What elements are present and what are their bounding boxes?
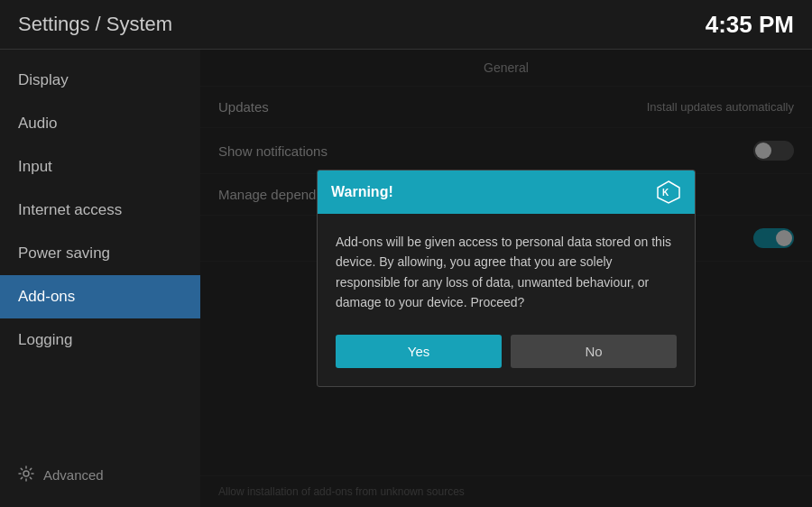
main-layout: Display Audio Input Internet access Powe… bbox=[0, 50, 812, 507]
settings-content: General Updates Install updates automati… bbox=[200, 50, 812, 507]
sidebar-item-power-saving[interactable]: Power saving bbox=[0, 232, 200, 275]
dialog-header: Warning! K bbox=[318, 171, 695, 214]
gear-icon bbox=[18, 466, 34, 484]
svg-text:K: K bbox=[662, 188, 669, 198]
sidebar-item-internet-access[interactable]: Internet access bbox=[0, 189, 200, 232]
kodi-logo-icon: K bbox=[656, 180, 681, 205]
app-header: Settings / System 4:35 PM bbox=[0, 0, 812, 50]
advanced-label: Advanced bbox=[43, 467, 104, 483]
sidebar-item-audio[interactable]: Audio bbox=[0, 102, 200, 145]
dialog-title: Warning! bbox=[331, 184, 393, 200]
dialog-buttons: Yes No bbox=[318, 326, 695, 386]
sidebar-footer[interactable]: Advanced bbox=[0, 456, 200, 493]
modal-overlay: Warning! K Add-ons will be given access … bbox=[200, 50, 812, 507]
sidebar-item-logging[interactable]: Logging bbox=[0, 318, 200, 362]
page-title: Settings / System bbox=[18, 13, 172, 36]
sidebar-item-input[interactable]: Input bbox=[0, 145, 200, 189]
clock: 4:35 PM bbox=[706, 11, 794, 39]
warning-dialog: Warning! K Add-ons will be given access … bbox=[317, 170, 696, 388]
sidebar-item-display[interactable]: Display bbox=[0, 59, 200, 102]
svg-point-0 bbox=[23, 471, 29, 476]
sidebar-item-add-ons[interactable]: Add-ons bbox=[0, 275, 200, 318]
yes-button[interactable]: Yes bbox=[336, 335, 502, 368]
sidebar: Display Audio Input Internet access Powe… bbox=[0, 50, 200, 507]
dialog-body: Add-ons will be given access to personal… bbox=[318, 214, 695, 327]
no-button[interactable]: No bbox=[511, 335, 677, 368]
